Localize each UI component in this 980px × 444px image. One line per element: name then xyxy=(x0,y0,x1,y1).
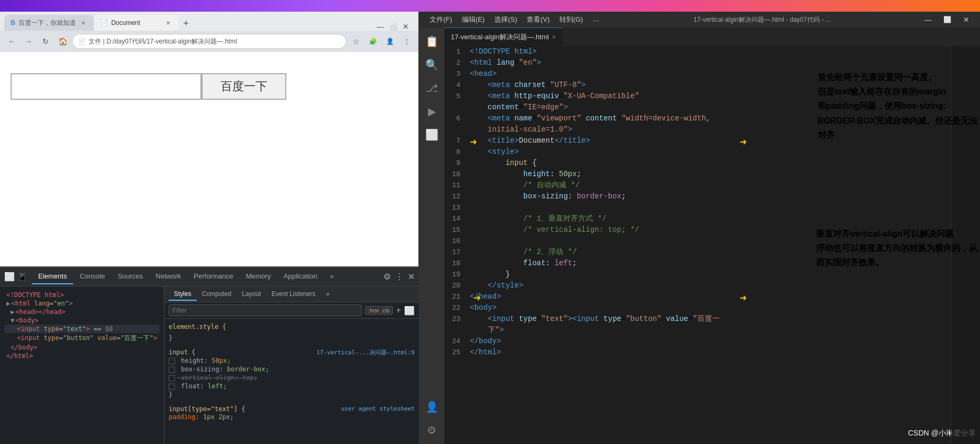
line-num-16: 16 xyxy=(444,236,460,247)
toggle-style-icon[interactable]: ⬜ xyxy=(404,306,415,316)
styles-subtab-computed[interactable]: Computed xyxy=(197,288,237,301)
css-rule-input: input { 17-vertical-...决问题—.html:9 heigh… xyxy=(169,349,415,399)
line-num-8: 8 xyxy=(444,146,460,158)
css-source-input[interactable]: 17-vertical-...决问题—.html:9 xyxy=(317,349,415,356)
devtools-icon-device[interactable]: 📱 xyxy=(17,272,28,282)
vscode-menu-select[interactable]: 选择(S) xyxy=(490,13,521,27)
tab-favicon-baidu: B xyxy=(11,19,15,27)
html-line-input-button[interactable]: <input type="button" value="百度一下"> xyxy=(4,333,160,343)
code-line-8: <style> xyxy=(470,146,980,158)
vscode-menu-file[interactable]: 文件(F) xyxy=(425,13,457,27)
devtools-icon-inspect[interactable]: ⬜ xyxy=(4,272,15,282)
devtools-close-icon[interactable]: ✕ xyxy=(408,272,415,282)
vscode-close[interactable]: ✕ xyxy=(959,12,974,27)
vscode-minimize[interactable]: — xyxy=(921,12,935,27)
line-num-9: 9 xyxy=(444,158,460,169)
elements-panel: <!DOCTYPE html> ▶<html lang="en"> ▶<head… xyxy=(0,286,164,444)
address-bar[interactable]: 📄 文件 | D:/day07代码/17-vertical-algin解决问题—… xyxy=(72,34,346,49)
browser-tab-baidu[interactable]: B 百度一下，你就知道 ✕ xyxy=(4,15,94,31)
tab-close-document[interactable]: ✕ xyxy=(164,19,172,27)
html-line-head[interactable]: ▶<head></head> xyxy=(4,308,160,316)
add-style-icon[interactable]: + xyxy=(396,306,401,315)
html-line-body[interactable]: ▼<body> xyxy=(4,316,160,325)
tab-label-baidu: 百度一下，你就知道 xyxy=(19,19,76,28)
devtools-options-icon[interactable]: ⋮ xyxy=(395,272,404,282)
activity-search[interactable]: 🔍 xyxy=(422,55,441,74)
css-prop-padding: padding: 1px 2px; xyxy=(169,413,415,421)
code-line-11: /* 自动内减 */ xyxy=(470,180,980,191)
css-prop-verticalalign: vertical-align: top; xyxy=(169,373,415,382)
devtools-tab-application[interactable]: Application xyxy=(277,269,324,284)
demo-button[interactable] xyxy=(202,73,286,100)
vscode-menu-view[interactable]: 查看(V) xyxy=(522,13,554,27)
forward-button[interactable]: → xyxy=(21,34,36,49)
vscode-maximize[interactable]: ⬜ xyxy=(940,12,955,27)
activity-git[interactable]: ⎇ xyxy=(422,79,441,98)
filter-hov-badge[interactable]: :hov .cls xyxy=(365,306,392,315)
html-line-html-close: </html> xyxy=(4,352,160,360)
code-line-14: /* 1、垂直对齐方式 */ xyxy=(470,213,980,224)
html-line-input-text[interactable]: <input type="text"> == $0 xyxy=(4,325,160,333)
styles-filter-input[interactable] xyxy=(169,304,362,316)
styles-subtab-styles[interactable]: Styles xyxy=(169,288,197,301)
code-line-20: </style> xyxy=(470,280,980,291)
vscode-menu-goto[interactable]: 转到(G) xyxy=(555,13,588,27)
devtools-panel: ⬜ 📱 Elements Console Sources Network Per… xyxy=(0,266,419,444)
line-num-23b: 23 xyxy=(444,325,460,336)
minimize-button[interactable]: — xyxy=(376,22,384,31)
home-button[interactable]: 🏠 xyxy=(55,34,70,49)
vscode-menu-more[interactable]: … xyxy=(588,13,603,27)
activity-explorer[interactable]: 📋 xyxy=(422,32,441,51)
activity-extensions[interactable]: ⬜ xyxy=(422,125,441,144)
styles-panel: Styles Computed Layout Event Listeners »… xyxy=(164,286,419,444)
devtools-tab-console[interactable]: Console xyxy=(73,269,111,284)
annotation-2: 垂直对齐vertical-align可以解决问题 浮动也可以将竖直方向的转换为横… xyxy=(816,227,977,270)
line-num-17: 17 xyxy=(444,247,460,258)
tab-close-baidu[interactable]: ✕ xyxy=(79,19,88,27)
devtools-tab-memory[interactable]: Memory xyxy=(240,269,277,284)
back-button[interactable]: ← xyxy=(4,34,19,49)
arrow-1: ➜ xyxy=(470,137,477,149)
css-brace-element: } xyxy=(169,334,415,342)
styles-rules: element.style { } input { 17-vertical-..… xyxy=(164,319,419,444)
line-num-1: 1 xyxy=(444,46,460,57)
browser-menu-button[interactable]: ⋮ xyxy=(399,34,414,49)
styles-subtab-events[interactable]: Event Listeners xyxy=(266,288,321,301)
line-num-15: 15 xyxy=(444,224,460,236)
editor-tab-main[interactable]: 17-vertical-algin解决问题—.html × xyxy=(444,28,563,46)
devtools-tab-network[interactable]: Network xyxy=(150,269,188,284)
html-line-html[interactable]: ▶<html lang="en"> xyxy=(4,299,160,308)
code-line-1: <!DOCTYPE html> xyxy=(470,46,980,57)
code-line-10: height: 50px; xyxy=(470,169,980,180)
vscode-menu-edit[interactable]: 编辑(E) xyxy=(458,13,489,27)
styles-subtabs: Styles Computed Layout Event Listeners » xyxy=(164,286,419,302)
line-num-5b: 5 xyxy=(444,102,460,113)
devtools-settings-icon[interactable]: ⚙ xyxy=(383,272,391,282)
restore-button[interactable]: ⬜ xyxy=(389,22,397,31)
bookmark-button[interactable]: ☆ xyxy=(348,34,363,49)
extensions-button[interactable]: 🧩 xyxy=(365,34,380,49)
styles-subtab-layout[interactable]: Layout xyxy=(237,288,266,301)
browser-content xyxy=(0,52,418,266)
reload-button[interactable]: ↻ xyxy=(38,34,53,49)
activity-debug[interactable]: ▶ xyxy=(422,102,441,121)
devtools-tab-performance[interactable]: Performance xyxy=(187,269,239,284)
devtools-tab-sources[interactable]: Sources xyxy=(111,269,150,284)
activity-account[interactable]: 👤 xyxy=(422,397,441,416)
css-prop-boxsizing: box-sizing: border-box; xyxy=(169,365,415,373)
devtools-tab-more[interactable]: » xyxy=(323,269,340,284)
close-browser-button[interactable]: ✕ xyxy=(401,22,410,31)
demo-text-input[interactable] xyxy=(11,73,202,100)
activity-settings[interactable]: ⚙ xyxy=(422,421,441,440)
styles-subtab-more[interactable]: » xyxy=(321,288,335,301)
new-tab-button[interactable]: + xyxy=(179,16,194,31)
browser-tab-document[interactable]: 📄 Document ✕ xyxy=(94,15,179,31)
line-num-20: 20 xyxy=(444,280,460,291)
css-selector-element: element.style { xyxy=(169,323,226,330)
profile-button[interactable]: 👤 xyxy=(382,34,397,49)
devtools-content: <!DOCTYPE html> ▶<html lang="en"> ▶<head… xyxy=(0,286,419,444)
devtools-tab-elements[interactable]: Elements xyxy=(32,269,73,284)
html-line-body-close: </body> xyxy=(4,343,160,352)
code-line-13 xyxy=(470,202,980,213)
tab-close-html[interactable]: × xyxy=(552,33,556,41)
